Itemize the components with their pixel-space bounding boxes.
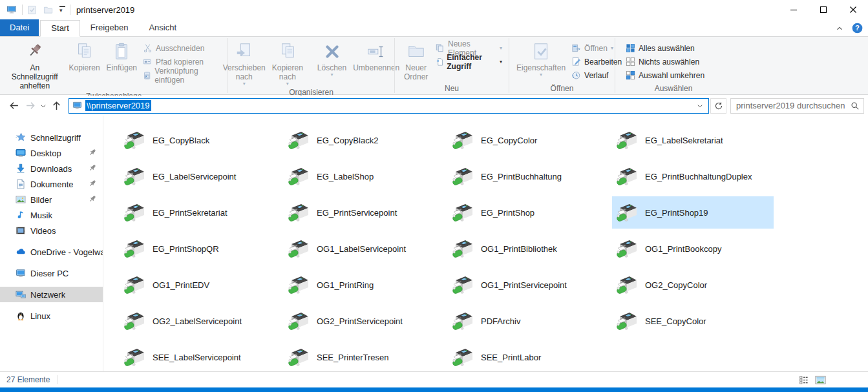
printer-tile[interactable]: PDFArchiv	[448, 305, 609, 337]
printer-tile[interactable]: EG_CopyBlack2	[284, 124, 445, 156]
select-none-button[interactable]: Nichts auswählen	[623, 55, 707, 68]
printer-tile[interactable]: EG_CopyBlack	[120, 124, 281, 156]
button-label: Löschen	[317, 63, 346, 72]
address-text[interactable]: \\printserver2019	[85, 100, 151, 111]
printer-tile[interactable]: OG1_PrintBibliothek	[448, 232, 609, 265]
printer-tile[interactable]: SEE_PrintLabor	[448, 341, 609, 371]
copy-button[interactable]: Kopieren	[66, 39, 103, 73]
new-folder-icon	[407, 41, 426, 62]
network-printer-icon	[616, 201, 639, 224]
printer-tile[interactable]: OG1_PrintBookcopy	[612, 232, 774, 265]
sidebar-item[interactable]: Desktop	[0, 145, 103, 161]
up-arrow-icon[interactable]	[48, 98, 65, 114]
ribbon: An Schnellzugriff anheften Kopieren Einf…	[0, 37, 868, 95]
sidebar-item[interactable]: Videos	[0, 223, 103, 238]
sidebar-item[interactable]: Schnellzugriff	[0, 130, 103, 145]
printer-name: OG1_PrintServicepoint	[481, 280, 567, 290]
tab-view[interactable]: Ansicht	[138, 19, 187, 36]
printer-tile[interactable]: EG_PrintShop	[448, 196, 609, 229]
sidebar-item-icon	[16, 268, 26, 278]
details-view-icon[interactable]	[799, 375, 809, 385]
sidebar-item[interactable]: Musik	[0, 207, 103, 223]
sidebar-item[interactable]: Bilder	[0, 192, 103, 207]
sidebar-item[interactable]: Netzwerk	[0, 287, 103, 302]
printer-tile[interactable]: EG_PrintBuchhaltung	[448, 160, 609, 192]
network-printer-icon	[123, 165, 147, 188]
invert-selection-button[interactable]: Auswahl umkehren	[623, 68, 707, 82]
pin-icon	[88, 179, 97, 188]
quick-access-toolbar: ▾	[27, 5, 65, 15]
printer-tile[interactable]: SEE_CopyColor	[612, 305, 774, 337]
sidebar-item[interactable]: Dokumente	[0, 176, 103, 192]
sidebar-item[interactable]: Linux	[0, 308, 103, 324]
refresh-icon[interactable]	[710, 98, 726, 114]
sidebar-item-icon	[16, 148, 26, 158]
collapse-ribbon-icon[interactable]	[835, 24, 844, 33]
printer-name: OG1_PrintRing	[317, 280, 374, 290]
printer-tile[interactable]: OG1_PrintEDV	[120, 269, 281, 301]
tab-start[interactable]: Start	[40, 20, 79, 37]
select-all-button[interactable]: Alles auswählen	[623, 41, 707, 55]
tab-file[interactable]: Datei	[0, 19, 39, 36]
printer-tile[interactable]: EG_PrintBuchhaltungDuplex	[612, 160, 774, 192]
printer-tile[interactable]: EG_CopyColor	[448, 124, 609, 156]
search-icon[interactable]	[851, 101, 860, 110]
new-folder-button[interactable]: Neuer Ordner	[399, 39, 433, 82]
copy-to-button[interactable]: Kopieren nach ▾	[269, 39, 306, 87]
paste-button[interactable]: Einfügen	[103, 39, 140, 73]
button-label: Pfad kopieren	[156, 57, 204, 67]
printer-tile[interactable]: EG_LabelServicepoint	[120, 160, 281, 192]
maximize-icon[interactable]	[809, 0, 838, 19]
cut-button[interactable]: Ausschneiden	[140, 41, 224, 55]
printer-tile[interactable]: SEE_PrinterTresen	[284, 341, 445, 371]
forward-arrow-icon[interactable]	[22, 98, 39, 114]
recent-dropdown-icon[interactable]	[39, 98, 48, 114]
printer-tile[interactable]: EG_PrintSekretariat	[120, 196, 281, 229]
back-arrow-icon[interactable]	[5, 98, 22, 114]
address-bar[interactable]: \\printserver2019	[69, 98, 709, 114]
printer-tile[interactable]: OG2_PrintServicepoint	[284, 305, 445, 337]
delete-button[interactable]: Löschen ▾	[314, 39, 350, 78]
button-label: Eigenschaften	[516, 63, 566, 72]
button-label: Nichts auswählen	[639, 57, 699, 67]
printer-tile[interactable]: OG2_LabelServicepoint	[120, 305, 281, 337]
pin-to-quick-access-button[interactable]: An Schnellzugriff anheften	[4, 39, 66, 91]
printer-tile[interactable]: EG_LabelShop	[284, 160, 445, 192]
minimize-icon[interactable]	[779, 0, 809, 19]
printer-tile[interactable]: EG_PrintServicepoint	[284, 196, 445, 229]
printer-name: EG_CopyColor	[481, 136, 537, 145]
printer-name: SEE_PrintLabor	[481, 353, 541, 362]
search-box[interactable]: printserver2019 durchsuchen	[730, 98, 864, 114]
paste-shortcut-button[interactable]: Verknüpfung einfügen	[140, 68, 224, 82]
printer-tile[interactable]: SEE_LabelServicepoint	[120, 341, 281, 371]
printer-tile[interactable]: EG_PrintShopQR	[120, 232, 281, 265]
printer-name: EG_PrintBuchhaltung	[481, 172, 562, 181]
network-printer-icon	[288, 309, 311, 333]
help-icon[interactable]: ?	[852, 23, 863, 34]
sidebar-item[interactable]: Dieser PC	[0, 265, 103, 281]
properties-button[interactable]: Eigenschaften ▾	[513, 39, 569, 78]
network-printer-icon	[123, 201, 147, 224]
sidebar-item-label: Musik	[30, 211, 52, 220]
printer-tile[interactable]: EG_LabelSekretariat	[612, 124, 774, 156]
sidebar-item[interactable]: Downloads	[0, 161, 103, 176]
printer-tile[interactable]: OG1_PrintServicepoint	[448, 269, 609, 301]
qat-properties-icon[interactable]	[27, 5, 37, 15]
qat-customize-dropdown-icon[interactable]: ▾	[59, 6, 65, 13]
address-dropdown-icon[interactable]	[693, 103, 707, 109]
tab-share[interactable]: Freigeben	[80, 19, 139, 36]
printer-tile[interactable]: EG_PrintShop19	[612, 196, 774, 229]
thumbnail-view-icon[interactable]	[815, 375, 826, 385]
easy-access-button[interactable]: Einfacher Zugriff ▾	[433, 55, 505, 68]
printer-tile[interactable]: OG1_LabelServicepoint	[284, 232, 445, 265]
sidebar-item-icon	[16, 311, 26, 321]
printer-tile[interactable]: OG2_CopyColor	[612, 269, 774, 301]
dropdown-arrow-icon: ▾	[286, 81, 289, 87]
close-icon[interactable]	[838, 0, 868, 19]
printer-name: EG_CopyBlack	[153, 136, 209, 145]
qat-newfolder-icon[interactable]	[43, 5, 53, 15]
printer-tile[interactable]: OG1_PrintRing	[284, 269, 445, 301]
paste-icon	[112, 41, 131, 62]
sidebar-item[interactable]: OneDrive - Vogelwart	[0, 244, 103, 260]
move-to-button[interactable]: Verschieben nach ▾	[220, 39, 269, 87]
